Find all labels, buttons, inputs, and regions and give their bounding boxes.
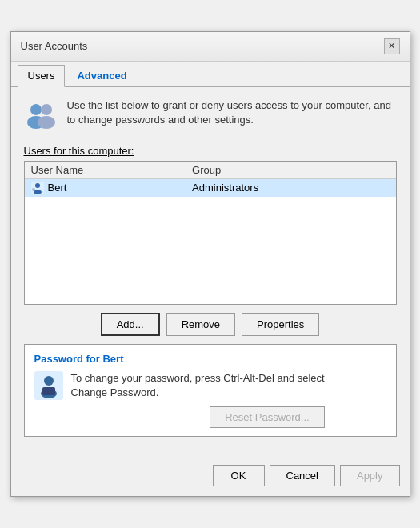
- table-row[interactable]: Bert Administrators: [25, 179, 396, 197]
- remove-button[interactable]: Remove: [166, 313, 235, 336]
- svg-point-7: [32, 188, 35, 191]
- svg-rect-11: [42, 387, 55, 395]
- list-header: User Name Group: [25, 162, 396, 179]
- tab-advanced[interactable]: Advanced: [66, 65, 137, 86]
- password-line1: To change your password, press Ctrl-Alt-…: [71, 372, 325, 398]
- action-buttons: Add... Remove Properties: [24, 313, 397, 336]
- apply-button[interactable]: Apply: [340, 465, 400, 486]
- dialog-title: User Accounts: [21, 40, 88, 52]
- reset-btn-row: Reset Password...: [71, 406, 325, 428]
- user-row-icon: [31, 182, 44, 194]
- column-username: User Name: [31, 164, 193, 176]
- bottom-buttons: OK Cancel Apply: [11, 458, 410, 496]
- password-content: To change your password, press Ctrl-Alt-…: [34, 371, 386, 428]
- title-bar: User Accounts ✕: [11, 32, 410, 62]
- add-button[interactable]: Add...: [101, 313, 160, 336]
- properties-button[interactable]: Properties: [242, 313, 319, 336]
- close-button[interactable]: ✕: [384, 38, 400, 54]
- password-text-block: To change your password, press Ctrl-Alt-…: [71, 371, 325, 428]
- svg-point-9: [44, 376, 54, 386]
- column-group: Group: [192, 164, 389, 176]
- info-box: Use the list below to grant or deny user…: [24, 98, 397, 134]
- svg-point-5: [35, 183, 40, 188]
- info-text: Use the list below to grant or deny user…: [67, 98, 397, 127]
- svg-point-2: [41, 104, 52, 115]
- password-section: Password for Bert To change your passwor…: [24, 344, 397, 437]
- password-title: Password for Bert: [34, 353, 386, 365]
- users-icon: [24, 98, 59, 134]
- dialog-content: Use the list below to grant or deny user…: [11, 87, 410, 458]
- user-name-cell: Bert: [48, 182, 193, 194]
- password-icon: [34, 371, 63, 400]
- user-group-cell: Administrators: [192, 182, 389, 194]
- cancel-button[interactable]: Cancel: [270, 465, 335, 486]
- svg-point-3: [38, 116, 55, 129]
- user-list[interactable]: User Name Group Bert Administrators: [24, 161, 397, 305]
- ok-button[interactable]: OK: [213, 465, 265, 486]
- reset-password-button[interactable]: Reset Password...: [210, 406, 325, 428]
- svg-point-0: [30, 104, 42, 115]
- users-section-label: Users for this computer:: [24, 145, 397, 157]
- tab-bar: Users Advanced: [11, 62, 410, 87]
- tab-users[interactable]: Users: [18, 65, 66, 87]
- user-accounts-dialog: User Accounts ✕ Users Advanced Use the l: [10, 31, 410, 497]
